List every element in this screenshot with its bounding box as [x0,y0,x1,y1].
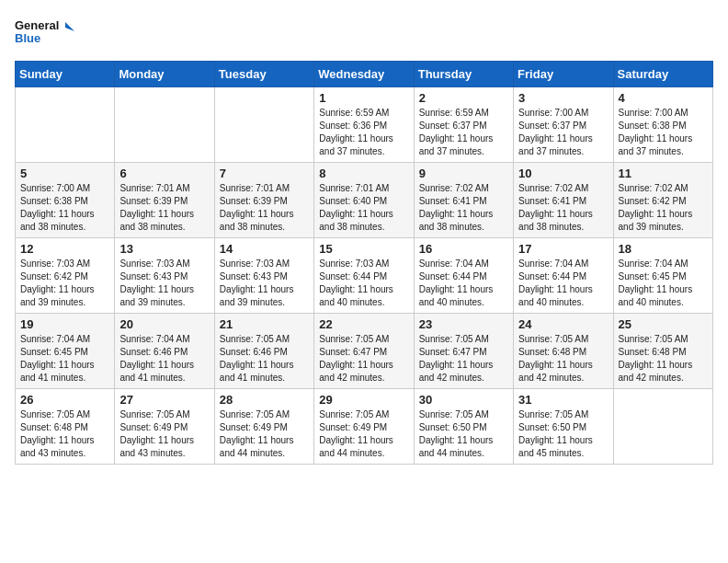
day-number: 7 [220,167,309,180]
day-number: 9 [419,167,508,180]
day-info: Sunrise: 7:05 AM Sunset: 6:49 PM Dayligh… [119,408,209,460]
calendar-cell: 13Sunrise: 7:03 AM Sunset: 6:43 PM Dayli… [115,238,214,314]
calendar-cell: 30Sunrise: 7:05 AM Sunset: 6:50 PM Dayli… [414,389,513,465]
day-number: 16 [419,242,508,256]
day-info: Sunrise: 6:59 AM Sunset: 6:36 PM Dayligh… [319,107,408,158]
day-info: Sunrise: 7:04 AM Sunset: 6:45 PM Dayligh… [619,258,708,309]
calendar-cell: 20Sunrise: 7:04 AM Sunset: 6:46 PM Dayli… [115,314,214,389]
calendar-cell: 14Sunrise: 7:03 AM Sunset: 6:43 PM Dayli… [214,238,313,314]
day-number: 15 [319,242,408,256]
day-number: 25 [619,317,708,331]
day-number: 18 [619,242,708,256]
calendar-cell: 15Sunrise: 7:03 AM Sunset: 6:44 PM Dayli… [314,238,414,314]
day-info: Sunrise: 7:03 AM Sunset: 6:43 PM Dayligh… [220,258,309,309]
day-info: Sunrise: 7:01 AM Sunset: 6:40 PM Dayligh… [319,182,408,234]
day-number: 8 [319,167,408,180]
calendar-cell: 23Sunrise: 7:05 AM Sunset: 6:47 PM Dayli… [414,314,513,389]
calendar-cell: 27Sunrise: 7:05 AM Sunset: 6:49 PM Dayli… [115,389,214,465]
day-info: Sunrise: 7:00 AM Sunset: 6:38 PM Dayligh… [619,107,708,158]
day-info: Sunrise: 7:02 AM Sunset: 6:41 PM Dayligh… [518,182,608,234]
calendar-cell: 5Sunrise: 7:00 AM Sunset: 6:38 PM Daylig… [16,163,115,238]
day-number: 3 [518,91,608,105]
day-info: Sunrise: 7:05 AM Sunset: 6:46 PM Dayligh… [220,333,309,385]
day-info: Sunrise: 6:59 AM Sunset: 6:37 PM Dayligh… [419,107,508,158]
day-number: 28 [220,393,309,407]
weekday-header-sunday: Sunday [16,62,115,87]
weekday-header-wednesday: Wednesday [314,62,414,87]
day-info: Sunrise: 7:01 AM Sunset: 6:39 PM Dayligh… [220,182,309,234]
day-info: Sunrise: 7:04 AM Sunset: 6:44 PM Dayligh… [518,258,608,309]
calendar-cell: 8Sunrise: 7:01 AM Sunset: 6:40 PM Daylig… [314,163,414,238]
day-info: Sunrise: 7:05 AM Sunset: 6:50 PM Dayligh… [419,408,508,460]
day-number: 4 [619,91,708,105]
day-info: Sunrise: 7:01 AM Sunset: 6:39 PM Dayligh… [119,182,209,234]
logo: GeneralBlue [15,15,79,50]
day-info: Sunrise: 7:04 AM Sunset: 6:46 PM Dayligh… [119,333,209,385]
day-number: 30 [419,393,508,407]
day-number: 20 [119,317,209,331]
calendar-cell: 11Sunrise: 7:02 AM Sunset: 6:42 PM Dayli… [613,163,712,238]
calendar-cell [115,87,214,163]
day-number: 14 [220,242,309,256]
calendar-cell [214,87,313,163]
day-number: 19 [20,317,109,331]
weekday-header-monday: Monday [115,62,214,87]
calendar-cell: 17Sunrise: 7:04 AM Sunset: 6:44 PM Dayli… [514,238,613,314]
weekday-header-friday: Friday [514,62,613,87]
calendar-cell: 4Sunrise: 7:00 AM Sunset: 6:38 PM Daylig… [613,87,712,163]
calendar-cell: 19Sunrise: 7:04 AM Sunset: 6:45 PM Dayli… [16,314,115,389]
day-info: Sunrise: 7:05 AM Sunset: 6:48 PM Dayligh… [20,408,109,460]
day-number: 1 [319,91,408,105]
calendar-cell: 24Sunrise: 7:05 AM Sunset: 6:48 PM Dayli… [514,314,613,389]
day-number: 23 [419,317,508,331]
day-number: 27 [119,393,209,407]
calendar-cell: 12Sunrise: 7:03 AM Sunset: 6:42 PM Dayli… [16,238,115,314]
calendar-cell: 25Sunrise: 7:05 AM Sunset: 6:48 PM Dayli… [613,314,712,389]
week-row-2: 5Sunrise: 7:00 AM Sunset: 6:38 PM Daylig… [16,163,713,238]
day-info: Sunrise: 7:00 AM Sunset: 6:38 PM Dayligh… [20,182,109,234]
day-number: 29 [319,393,408,407]
calendar-cell: 31Sunrise: 7:05 AM Sunset: 6:50 PM Dayli… [514,389,613,465]
day-number: 22 [319,317,408,331]
calendar-cell: 16Sunrise: 7:04 AM Sunset: 6:44 PM Dayli… [414,238,513,314]
calendar-cell: 26Sunrise: 7:05 AM Sunset: 6:48 PM Dayli… [16,389,115,465]
day-number: 6 [119,167,209,180]
day-info: Sunrise: 7:05 AM Sunset: 6:47 PM Dayligh… [319,333,408,385]
day-info: Sunrise: 7:05 AM Sunset: 6:49 PM Dayligh… [220,408,309,460]
week-row-3: 12Sunrise: 7:03 AM Sunset: 6:42 PM Dayli… [16,238,713,314]
day-info: Sunrise: 7:02 AM Sunset: 6:41 PM Dayligh… [419,182,508,234]
day-number: 17 [518,242,608,256]
day-info: Sunrise: 7:05 AM Sunset: 6:47 PM Dayligh… [419,333,508,385]
day-number: 26 [20,393,109,407]
day-number: 24 [518,317,608,331]
week-row-5: 26Sunrise: 7:05 AM Sunset: 6:48 PM Dayli… [16,389,713,465]
day-number: 10 [518,167,608,180]
day-info: Sunrise: 7:03 AM Sunset: 6:42 PM Dayligh… [20,258,109,309]
day-info: Sunrise: 7:05 AM Sunset: 6:48 PM Dayligh… [518,333,608,385]
calendar-cell: 2Sunrise: 6:59 AM Sunset: 6:37 PM Daylig… [414,87,513,163]
calendar-cell: 29Sunrise: 7:05 AM Sunset: 6:49 PM Dayli… [314,389,414,465]
calendar-table: SundayMondayTuesdayWednesdayThursdayFrid… [15,61,713,465]
calendar-cell [613,389,712,465]
day-info: Sunrise: 7:03 AM Sunset: 6:44 PM Dayligh… [319,258,408,309]
week-row-1: 1Sunrise: 6:59 AM Sunset: 6:36 PM Daylig… [16,87,713,163]
calendar-cell: 3Sunrise: 7:00 AM Sunset: 6:37 PM Daylig… [514,87,613,163]
day-number: 13 [119,242,209,256]
svg-text:Blue: Blue [15,31,40,45]
day-number: 12 [20,242,109,256]
day-info: Sunrise: 7:03 AM Sunset: 6:43 PM Dayligh… [119,258,209,309]
day-number: 11 [619,167,708,180]
day-info: Sunrise: 7:05 AM Sunset: 6:48 PM Dayligh… [619,333,708,385]
calendar-cell: 6Sunrise: 7:01 AM Sunset: 6:39 PM Daylig… [115,163,214,238]
weekday-header-saturday: Saturday [613,62,712,87]
svg-text:General: General [15,18,59,32]
day-info: Sunrise: 7:05 AM Sunset: 6:49 PM Dayligh… [319,408,408,460]
calendar-cell: 22Sunrise: 7:05 AM Sunset: 6:47 PM Dayli… [314,314,414,389]
weekday-header-tuesday: Tuesday [214,62,313,87]
svg-marker-2 [65,22,74,31]
day-number: 5 [20,167,109,180]
page-header: GeneralBlue [15,15,713,50]
day-info: Sunrise: 7:00 AM Sunset: 6:37 PM Dayligh… [518,107,608,158]
weekday-header-row: SundayMondayTuesdayWednesdayThursdayFrid… [16,62,713,87]
day-number: 2 [419,91,508,105]
